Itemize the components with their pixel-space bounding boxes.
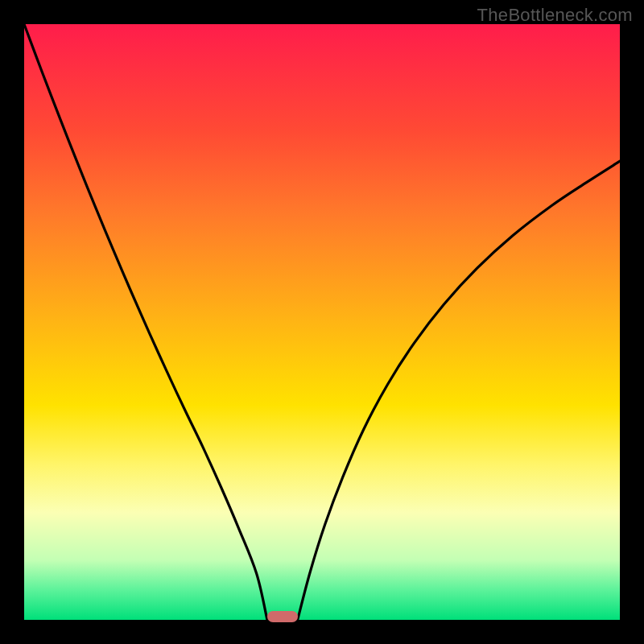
curve-layer [24,24,620,620]
chart-stage: TheBottleneck.com [0,0,644,644]
right-curve [298,161,620,620]
bottleneck-marker [267,611,298,622]
plot-area [24,24,620,620]
left-curve [24,24,267,620]
watermark-label: TheBottleneck.com [477,5,633,26]
